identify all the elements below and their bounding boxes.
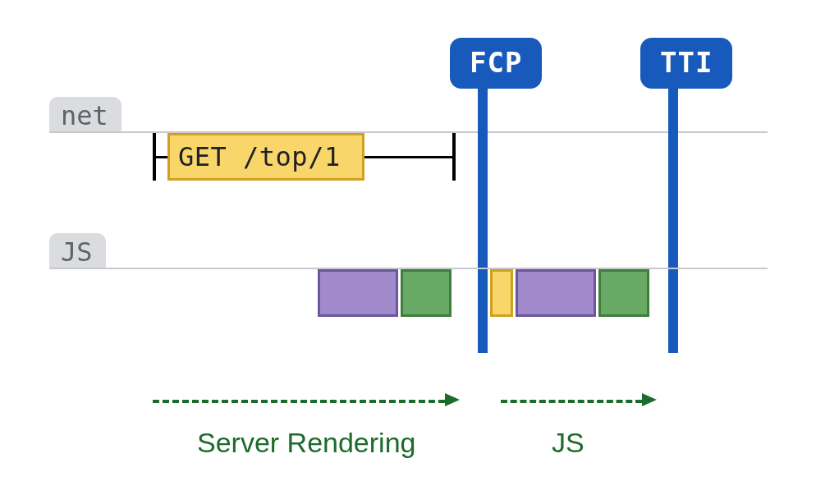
server-rendering-arrow-line (153, 400, 445, 403)
lane-label-net: net (49, 97, 121, 133)
js-block-0-purple (318, 269, 398, 317)
js-phase-label: JS (552, 427, 584, 459)
tti-marker-line (668, 82, 678, 353)
request-box: GET /top/1 (167, 133, 364, 181)
js-block-4-green (598, 269, 649, 317)
lane-label-js: JS (49, 233, 106, 269)
lane-rule-net (49, 131, 768, 133)
server-rendering-label: Server Rendering (197, 427, 415, 459)
timing-diagram: FCP TTI net GET /top/1 JS Server Renderi… (0, 0, 816, 504)
fcp-pill: FCP (450, 38, 542, 89)
tti-pill: TTI (640, 38, 732, 89)
js-block-3-purple (516, 269, 596, 317)
js-phase-arrow-head (642, 393, 657, 406)
server-rendering-arrow-head (445, 393, 460, 406)
js-block-1-green (401, 269, 452, 317)
js-phase-arrow-line (501, 400, 642, 403)
fcp-marker-line (478, 82, 488, 353)
js-block-2-yellow (490, 269, 513, 317)
